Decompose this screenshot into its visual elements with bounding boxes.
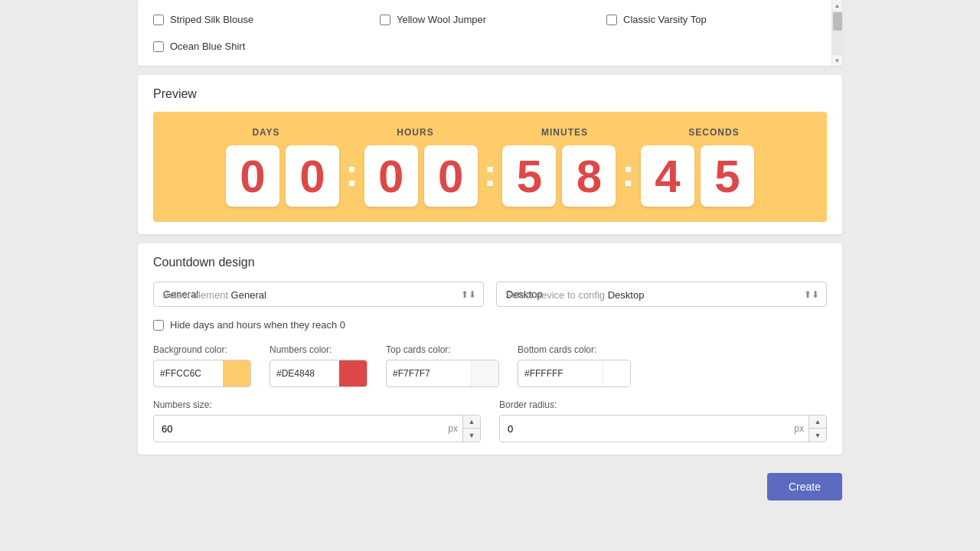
preview-card: Preview DAYS HOURS MINUTES SECONDS <box>138 75 842 234</box>
bottom-cards-color-label: Bottom cards color: <box>518 344 631 355</box>
scroll-up-arrow[interactable]: ▲ <box>832 0 843 11</box>
countdown-labels: DAYS HOURS MINUTES SECONDS <box>184 127 796 138</box>
product-item-striped-silk-blouse: Striped Silk Blouse <box>153 9 368 30</box>
digit-hours-tens: 0 <box>364 145 418 207</box>
design-selects-row: General Days Hours Minutes Seconds Selec… <box>153 282 827 307</box>
border-radius-input[interactable] <box>500 417 789 441</box>
days-label: DAYS <box>252 127 279 138</box>
numbers-size-input[interactable] <box>154 417 443 441</box>
design-card: Countdown design General Days Hours Minu… <box>138 243 842 455</box>
hide-days-checkbox[interactable] <box>153 320 164 331</box>
digit-seconds-tens: 4 <box>641 145 694 207</box>
border-radius-decrement[interactable]: ▼ <box>809 429 826 442</box>
numbers-size-label: Numbers size: <box>153 399 481 410</box>
digit-seconds-ones: 5 <box>701 145 754 207</box>
border-radius-unit: px <box>789 423 808 434</box>
size-fields-row: Numbers size: px ▲ ▼ Border radius: px <box>153 399 827 442</box>
numbers-color-swatch[interactable] <box>339 360 367 386</box>
create-button[interactable]: Create <box>767 473 842 500</box>
top-cards-color-group: Top cards color: <box>386 344 499 387</box>
products-grid: Striped Silk Blouse Yellow Wool Jumper C… <box>153 9 821 57</box>
select-element-wrapper: General Days Hours Minutes Seconds Selec… <box>153 282 484 307</box>
colon-hours-minutes: : <box>484 151 497 195</box>
color-fields-row: Background color: Numbers color: Top car… <box>153 344 827 387</box>
digit-minutes-tens: 5 <box>502 145 556 207</box>
bottom-cards-color-swatch[interactable] <box>603 360 630 386</box>
product-label-classic-varsity-top: Classic Varsity Top <box>623 14 707 25</box>
numbers-color-group: Numbers color: <box>270 344 368 387</box>
numbers-color-input-wrapper <box>270 360 368 387</box>
top-cards-color-input-wrapper <box>386 360 499 387</box>
select-device-wrapper: Desktop Mobile Tablet Select device to c… <box>496 282 827 307</box>
product-checkbox-ocean-blue-shirt[interactable] <box>153 41 164 52</box>
numbers-size-input-wrapper: px ▲ ▼ <box>153 415 481 442</box>
seconds-label: SECONDS <box>688 127 739 138</box>
bottom-cards-color-group: Bottom cards color: <box>518 344 631 387</box>
top-cards-color-hex[interactable] <box>387 364 471 383</box>
product-item-yellow-wool-jumper: Yellow Wool Jumper <box>380 9 594 30</box>
border-radius-input-wrapper: px ▲ ▼ <box>499 415 827 442</box>
bottom-cards-color-hex[interactable] <box>518 364 603 383</box>
hide-days-row: Hide days and hours when they reach 0 <box>153 319 827 331</box>
digit-hours-ones: 0 <box>424 145 478 207</box>
bottom-cards-color-input-wrapper <box>518 360 631 387</box>
background-color-hex[interactable] <box>154 364 223 383</box>
digit-minutes-ones: 8 <box>562 145 616 207</box>
product-label-ocean-blue-shirt: Ocean Blue Shirt <box>170 41 245 52</box>
background-color-swatch[interactable] <box>223 360 250 386</box>
numbers-size-decrement[interactable]: ▼ <box>463 429 480 442</box>
background-color-input-wrapper <box>153 360 251 387</box>
product-checkbox-classic-varsity-top[interactable] <box>606 15 617 25</box>
scroll-down-arrow[interactable]: ▼ <box>832 55 843 66</box>
select-element[interactable]: General Days Hours Minutes Seconds <box>153 282 484 307</box>
border-radius-group: Border radius: px ▲ ▼ <box>499 399 827 442</box>
colon-days-hours: : <box>345 151 358 195</box>
scroll-track <box>832 11 843 55</box>
border-radius-increment[interactable]: ▲ <box>809 416 826 429</box>
products-card: Striped Silk Blouse Yellow Wool Jumper C… <box>138 0 842 66</box>
scroll-handle[interactable] <box>833 12 842 31</box>
product-item-ocean-blue-shirt: Ocean Blue Shirt <box>153 36 368 57</box>
top-cards-color-label: Top cards color: <box>386 344 499 355</box>
numbers-size-group: Numbers size: px ▲ ▼ <box>153 399 481 442</box>
countdown-preview: DAYS HOURS MINUTES SECONDS 0 0 <box>153 112 827 222</box>
product-checkbox-striped-silk-blouse[interactable] <box>153 15 164 25</box>
minutes-label: MINUTES <box>541 127 588 138</box>
border-radius-stepper: ▲ ▼ <box>808 416 826 442</box>
create-btn-row: Create <box>0 464 980 510</box>
select-device[interactable]: Desktop Mobile Tablet <box>496 282 827 307</box>
hide-days-label: Hide days and hours when they reach 0 <box>170 319 345 331</box>
product-item-classic-varsity-top: Classic Varsity Top <box>606 9 821 30</box>
product-checkbox-yellow-wool-jumper[interactable] <box>380 15 390 25</box>
background-color-group: Background color: <box>153 344 251 387</box>
product-label-yellow-wool-jumper: Yellow Wool Jumper <box>397 14 486 25</box>
top-cards-color-swatch[interactable] <box>471 360 498 386</box>
hours-label: HOURS <box>397 127 433 138</box>
design-title: Countdown design <box>153 256 827 269</box>
preview-title: Preview <box>153 87 827 101</box>
background-color-label: Background color: <box>153 344 251 355</box>
border-radius-label: Border radius: <box>499 399 827 410</box>
countdown-digits: 0 0 : 0 0 : 5 8 : 4 5 <box>223 145 757 207</box>
scrollbar[interactable]: ▲ ▼ <box>831 0 842 66</box>
product-label-striped-silk-blouse: Striped Silk Blouse <box>170 14 253 25</box>
digit-days-ones: 0 <box>286 145 339 207</box>
numbers-size-stepper: ▲ ▼ <box>462 416 480 442</box>
numbers-color-hex[interactable] <box>270 364 339 383</box>
page-wrapper: Striped Silk Blouse Yellow Wool Jumper C… <box>0 0 980 551</box>
numbers-size-increment[interactable]: ▲ <box>463 416 480 429</box>
numbers-color-label: Numbers color: <box>270 344 368 355</box>
colon-minutes-seconds: : <box>622 151 635 195</box>
numbers-size-unit: px <box>443 423 462 434</box>
digit-days-tens: 0 <box>226 145 279 207</box>
